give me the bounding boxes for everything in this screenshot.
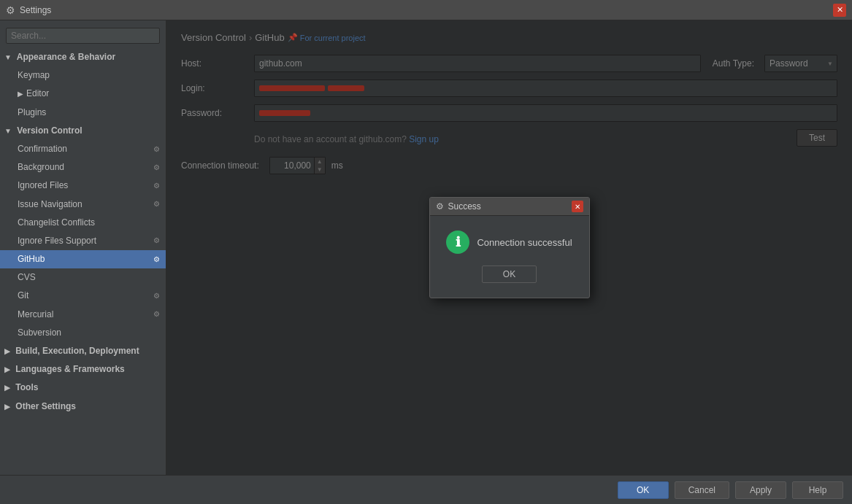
sidebar-item-subversion[interactable]: Subversion <box>0 324 166 342</box>
bottom-bar: OK Cancel Apply Help <box>0 475 852 504</box>
sidebar-item-changelist-conflicts[interactable]: Changelist Conflicts <box>0 214 166 232</box>
info-icon: ℹ <box>446 230 469 254</box>
sidebar-item-confirmation[interactable]: Confirmation ⚙ <box>0 140 166 158</box>
sidebar-item-build-execution[interactable]: ▶ Build, Execution, Deployment <box>0 342 166 360</box>
sidebar: ▼ Appearance & Behavior Keymap ▶Editor P… <box>0 20 166 475</box>
sidebar-item-mercurial[interactable]: Mercurial ⚙ <box>0 306 166 324</box>
sidebar-item-github[interactable]: GitHub ⚙ <box>0 250 166 268</box>
sidebar-item-appearance-behavior[interactable]: ▼ Appearance & Behavior <box>0 48 166 66</box>
sidebar-item-editor[interactable]: ▶Editor <box>0 85 166 103</box>
sidebar-item-issue-navigation[interactable]: Issue Navigation ⚙ <box>0 195 166 214</box>
sidebar-item-keymap[interactable]: Keymap <box>0 66 166 85</box>
chevron-right-icon-other: ▶ <box>4 403 10 411</box>
modal-title-bar: ⚙ Success ✕ <box>430 198 589 216</box>
settings-icon-confirmation: ⚙ <box>153 144 160 155</box>
modal-title-left: ⚙ Success <box>436 201 481 212</box>
title-bar-left: ⚙ Settings <box>6 4 51 16</box>
sidebar-item-languages[interactable]: ▶ Languages & Frameworks <box>0 360 166 379</box>
modal-message-row: ℹ Connection successful <box>446 230 572 254</box>
window-title: Settings <box>20 5 51 15</box>
content-area: Version Control › GitHub 📌 For current p… <box>166 20 852 475</box>
chevron-down-icon: ▼ <box>4 53 12 61</box>
sidebar-item-version-control[interactable]: ▼ Version Control <box>0 122 166 140</box>
settings-icon-background: ⚙ <box>153 162 160 174</box>
modal-app-icon: ⚙ <box>436 201 444 212</box>
settings-icon-mercurial: ⚙ <box>153 309 160 320</box>
search-input[interactable] <box>6 28 160 44</box>
settings-icon-git: ⚙ <box>153 290 160 302</box>
modal-ok-button[interactable]: OK <box>482 265 537 283</box>
chevron-right-icon-build: ▶ <box>4 347 10 355</box>
settings-icon-ignored: ⚙ <box>153 180 160 192</box>
chevron-right-icon: ▶ <box>18 90 23 98</box>
sidebar-item-ignored-files[interactable]: Ignored Files ⚙ <box>0 177 166 195</box>
sidebar-item-other-settings[interactable]: ▶ Other Settings <box>0 398 166 416</box>
sidebar-item-plugins[interactable]: Plugins <box>0 104 166 122</box>
modal-message: Connection successful <box>477 237 572 248</box>
help-button[interactable]: Help <box>792 481 843 499</box>
settings-icon-issue: ⚙ <box>153 198 160 210</box>
settings-icon-ignorefiles: ⚙ <box>153 235 160 247</box>
modal-body: ℹ Connection successful OK <box>430 216 589 298</box>
chevron-right-icon-lang: ▶ <box>4 365 10 373</box>
app-icon: ⚙ <box>6 4 15 16</box>
sidebar-item-tools[interactable]: ▶ Tools <box>0 379 166 397</box>
close-button[interactable]: ✕ <box>833 4 846 17</box>
ok-button[interactable]: OK <box>618 481 669 499</box>
cancel-button[interactable]: Cancel <box>675 481 729 499</box>
title-bar: ⚙ Settings ✕ <box>0 0 852 20</box>
sidebar-item-git[interactable]: Git ⚙ <box>0 287 166 305</box>
sidebar-item-ignore-files-support[interactable]: Ignore Files Support ⚙ <box>0 232 166 250</box>
main-layout: ▼ Appearance & Behavior Keymap ▶Editor P… <box>0 20 852 475</box>
chevron-right-icon-tools: ▶ <box>4 384 10 392</box>
settings-icon-github: ⚙ <box>153 254 160 265</box>
success-modal: ⚙ Success ✕ ℹ Connection successful OK <box>429 197 590 298</box>
modal-title: Success <box>448 201 481 212</box>
sidebar-item-background[interactable]: Background ⚙ <box>0 158 166 177</box>
chevron-down-icon-vc: ▼ <box>4 127 12 135</box>
apply-button[interactable]: Apply <box>735 481 786 499</box>
sidebar-item-cvs[interactable]: CVS <box>0 268 166 287</box>
modal-overlay: ⚙ Success ✕ ℹ Connection successful OK <box>166 20 852 475</box>
modal-close-button[interactable]: ✕ <box>572 201 583 212</box>
